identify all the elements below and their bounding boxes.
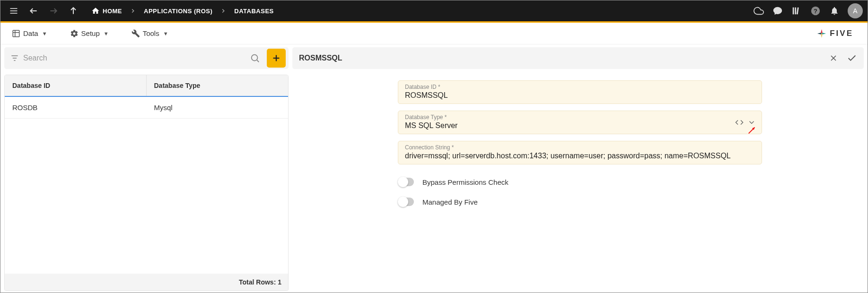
menu-tools[interactable]: Tools ▼: [127, 26, 173, 42]
filter-icon[interactable]: [10, 53, 19, 63]
topbar: HOME APPLICATIONS (ROS) DATABASES: [0, 0, 868, 23]
detail-actions: [829, 53, 857, 63]
red-arrow-annotation: [747, 125, 757, 135]
chevron-right-icon: [128, 8, 138, 14]
chevron-right-icon: [218, 8, 228, 14]
field-label: Connection String *: [405, 144, 755, 151]
menu-icon[interactable]: [5, 2, 22, 19]
footer-count: 1: [278, 278, 281, 286]
menu-data[interactable]: Data ▼: [7, 26, 52, 42]
close-icon[interactable]: [829, 53, 838, 63]
menu-setup[interactable]: Setup ▼: [65, 26, 114, 42]
detail-header: ROSMSSQL: [292, 47, 864, 69]
table-row[interactable]: ROSDB Mysql: [5, 97, 288, 119]
menubar: Data ▼ Setup ▼ Tools ▼ FIVE: [0, 23, 868, 44]
th-database-type[interactable]: Database Type: [147, 75, 289, 96]
breadcrumb-home[interactable]: HOME: [88, 5, 125, 17]
help-icon[interactable]: ?: [807, 2, 824, 19]
caret-down-icon: ▼: [104, 31, 109, 36]
breadcrumb-apps[interactable]: APPLICATIONS (ROS): [141, 6, 215, 17]
field-value: driver=mssql; url=serverdb.host.com:1433…: [405, 152, 755, 160]
up-icon[interactable]: [65, 2, 82, 19]
footer-label: Total Rows:: [239, 278, 276, 286]
library-icon[interactable]: [788, 2, 805, 19]
brand: FIVE: [816, 28, 861, 39]
svg-rect-6: [793, 8, 794, 15]
th-database-id[interactable]: Database ID: [5, 75, 147, 96]
brand-logo-icon: [816, 28, 827, 39]
add-button[interactable]: [267, 49, 286, 68]
breadcrumb-apps-label: APPLICATIONS (ROS): [144, 8, 212, 15]
search-row: [4, 47, 289, 69]
breadcrumb-home-label: HOME: [103, 8, 122, 15]
svg-marker-14: [821, 29, 823, 33]
field-label: Database Type *: [405, 114, 755, 121]
svg-marker-15: [822, 33, 826, 34]
avatar-initial: A: [853, 7, 857, 15]
form-area: Database ID * ROSMSSQL Database Type * M…: [292, 69, 868, 211]
field-value: MS SQL Server: [405, 121, 755, 130]
menu-setup-label: Setup: [81, 29, 100, 37]
svg-line-22: [257, 60, 259, 62]
svg-rect-7: [795, 8, 796, 15]
toggle-bypass-label: Bypass Permissions Check: [422, 178, 509, 186]
menu-data-label: Data: [23, 29, 38, 37]
detail-title: ROSMSSQL: [299, 54, 342, 62]
topbar-left: HOME APPLICATIONS (ROS) DATABASES: [5, 2, 277, 19]
field-value: ROSMSSQL: [405, 91, 755, 100]
td-database-type: Mysql: [147, 97, 289, 118]
table-header: Database ID Database Type: [5, 75, 288, 97]
menu-tools-label: Tools: [143, 29, 159, 37]
toggle-managed-row: Managed By Five: [398, 198, 762, 206]
table-footer: Total Rows: 1: [5, 274, 288, 291]
cloud-icon[interactable]: [750, 2, 767, 19]
topbar-right: ? A: [750, 2, 863, 19]
toggle-managed-label: Managed By Five: [422, 198, 478, 206]
field-database-type[interactable]: Database Type * MS SQL Server: [398, 111, 762, 134]
field-label: Database ID *: [405, 84, 755, 90]
code-icon[interactable]: [735, 118, 744, 127]
right-panel: ROSMSSQL Database ID * ROSMSSQL Database…: [292, 44, 868, 291]
breadcrumb-databases-label: DATABASES: [234, 8, 273, 15]
toggle-bypass-row: Bypass Permissions Check: [398, 178, 762, 186]
chat-icon[interactable]: [769, 2, 786, 19]
avatar[interactable]: A: [848, 3, 863, 18]
back-icon[interactable]: [25, 2, 42, 19]
caret-down-icon: ▼: [163, 31, 168, 36]
toggle-managed[interactable]: [398, 198, 414, 206]
search-icon[interactable]: [247, 53, 263, 63]
brand-label: FIVE: [830, 29, 853, 38]
field-connection-string[interactable]: Connection String * driver=mssql; url=se…: [398, 141, 762, 164]
svg-rect-8: [797, 8, 799, 15]
field-database-id[interactable]: Database ID * ROSMSSQL: [398, 80, 762, 104]
toggle-bypass[interactable]: [398, 178, 414, 186]
svg-text:?: ?: [814, 8, 817, 15]
bell-icon[interactable]: [826, 2, 843, 19]
td-database-id: ROSDB: [5, 97, 147, 118]
breadcrumb: HOME APPLICATIONS (ROS) DATABASES: [88, 5, 277, 17]
forward-icon: [45, 2, 62, 19]
database-table: Database ID Database Type ROSDB Mysql To…: [4, 75, 289, 291]
caret-down-icon: ▼: [42, 31, 47, 36]
svg-marker-16: [821, 34, 823, 38]
svg-rect-11: [13, 30, 19, 37]
left-panel: Database ID Database Type ROSDB Mysql To…: [0, 44, 292, 291]
main: Database ID Database Type ROSDB Mysql To…: [0, 44, 868, 291]
svg-point-21: [252, 55, 258, 61]
search-input[interactable]: [23, 54, 243, 62]
check-icon[interactable]: [847, 53, 857, 63]
breadcrumb-databases[interactable]: DATABASES: [231, 6, 276, 17]
svg-marker-17: [817, 33, 822, 34]
